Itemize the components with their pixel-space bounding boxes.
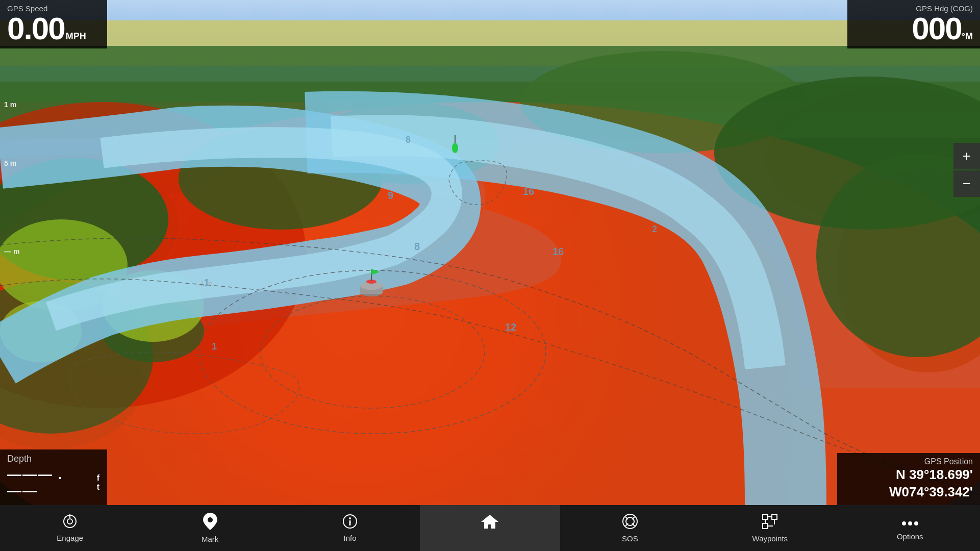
engage-icon bbox=[62, 514, 78, 532]
nav-mark[interactable]: Mark bbox=[140, 505, 280, 551]
engage-label: Engage bbox=[57, 534, 83, 542]
sos-label: SOS bbox=[622, 534, 638, 543]
svg-point-49 bbox=[623, 514, 637, 529]
options-icon bbox=[902, 516, 918, 530]
depth-label: Depth bbox=[7, 454, 100, 464]
svg-point-44 bbox=[208, 517, 213, 522]
zoom-controls: + − bbox=[953, 143, 980, 197]
depth-unit-tenths: t bbox=[97, 483, 100, 492]
gps-lon: W074°39.342' bbox=[844, 484, 973, 501]
gps-speed-unit: MPH bbox=[66, 31, 86, 42]
waypoints-icon bbox=[762, 513, 778, 532]
depth-unit-block: f t bbox=[97, 473, 100, 491]
gps-speed-value: 0.00 bbox=[7, 13, 65, 44]
svg-rect-47 bbox=[349, 520, 351, 525]
svg-point-46 bbox=[349, 517, 351, 519]
info-icon bbox=[342, 514, 358, 532]
sos-icon bbox=[622, 513, 638, 532]
svg-point-62 bbox=[902, 521, 906, 525]
mark-label: Mark bbox=[202, 535, 218, 543]
svg-marker-43 bbox=[69, 514, 71, 515]
gps-hdg-value: 000 bbox=[912, 13, 961, 44]
depth-value-row: ——— .—— f t bbox=[7, 466, 100, 499]
svg-rect-56 bbox=[772, 514, 777, 519]
depth-value: ——— .—— bbox=[7, 466, 93, 499]
mark-icon bbox=[203, 513, 217, 533]
svg-rect-57 bbox=[763, 523, 768, 529]
zoom-out-button[interactable]: − bbox=[953, 170, 980, 197]
nav-waypoints[interactable]: Waypoints bbox=[700, 505, 840, 551]
gps-lat: N 39°18.699' bbox=[844, 466, 973, 484]
options-label: Options bbox=[897, 532, 923, 541]
nav-sos[interactable]: SOS bbox=[560, 505, 700, 551]
nav-options[interactable]: Options bbox=[840, 505, 980, 551]
svg-point-63 bbox=[908, 521, 912, 525]
gps-position-panel: GPS Position N 39°18.699' W074°39.342' bbox=[837, 453, 980, 505]
nav-home[interactable] bbox=[420, 505, 560, 551]
depth-panel: Depth ——— .—— f t bbox=[0, 449, 107, 505]
depth-unit-feet: f bbox=[97, 473, 100, 483]
gps-hdg-panel: GPS Hdg (COG) 000 °M bbox=[847, 0, 980, 48]
nav-engage[interactable]: Engage bbox=[0, 505, 140, 551]
gps-hdg-unit: °M bbox=[962, 31, 973, 42]
waypoints-label: Waypoints bbox=[752, 534, 788, 543]
gps-position-label: GPS Position bbox=[844, 457, 973, 466]
zoom-in-button[interactable]: + bbox=[953, 143, 980, 169]
info-label: Info bbox=[344, 534, 357, 542]
gps-speed-panel: GPS Speed 0.00 MPH bbox=[0, 0, 107, 48]
svg-point-41 bbox=[67, 519, 72, 524]
nav-bar: Engage Mark Info bbox=[0, 505, 980, 551]
svg-marker-48 bbox=[481, 515, 498, 529]
svg-point-64 bbox=[914, 521, 918, 525]
home-icon bbox=[481, 514, 498, 532]
home-label bbox=[489, 534, 491, 542]
nav-info[interactable]: Info bbox=[280, 505, 420, 551]
svg-rect-55 bbox=[763, 514, 768, 519]
